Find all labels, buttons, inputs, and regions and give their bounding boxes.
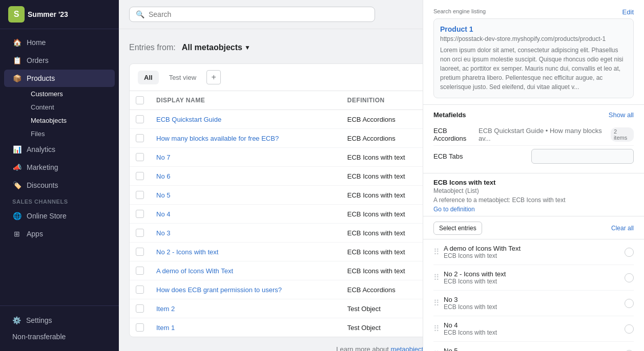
entry-info: No 5 ECB Icons with text	[444, 347, 625, 351]
sidebar-sub-item-metaobjects[interactable]: Metaobjects	[27, 114, 115, 127]
entry-radio[interactable]	[625, 299, 634, 308]
entry-name: No 3	[444, 296, 625, 303]
row-display-name[interactable]: No 7	[150, 148, 341, 167]
sidebar-item-apps[interactable]: ⊞ Apps	[4, 225, 115, 243]
metaobjects-link[interactable]: metaobjects	[391, 345, 427, 351]
row-checkbox[interactable]	[130, 243, 150, 261]
entry-row[interactable]: ⠿ No 2 - Icons with text ECB Icons with …	[433, 265, 634, 291]
sidebar-sub-item-files[interactable]: Files	[27, 127, 115, 140]
metafields-title: Metafields	[433, 111, 466, 119]
row-checkbox[interactable]	[130, 280, 150, 299]
row-select-checkbox[interactable]	[136, 172, 144, 180]
row-checkbox[interactable]	[130, 167, 150, 186]
entry-row[interactable]: ⠿ A demo of Icons With Text ECB Icons wi…	[433, 239, 634, 265]
row-select-checkbox[interactable]	[136, 286, 144, 294]
sidebar-item-discounts[interactable]: 🏷️ Discounts	[4, 177, 115, 194]
entry-row[interactable]: ⠿ No 5 ECB Icons with text	[433, 342, 634, 351]
row-select-checkbox[interactable]	[136, 248, 144, 256]
ecb-accordions-badge: 2 items	[611, 127, 634, 142]
search-input[interactable]	[149, 10, 368, 18]
entry-radio[interactable]	[625, 248, 634, 257]
sidebar-item-label: Orders	[27, 56, 49, 64]
row-checkbox[interactable]	[130, 129, 150, 148]
sidebar-footer: ⚙️ Settings Non-transferable	[0, 305, 119, 351]
entry-radio[interactable]	[625, 273, 634, 282]
entry-radio[interactable]	[625, 324, 634, 334]
select-entries-button[interactable]: Select entries	[433, 222, 482, 235]
discounts-icon: 🏷️	[12, 181, 22, 190]
sales-channels-section-label: Sales channels	[0, 194, 119, 207]
sidebar-item-analytics[interactable]: 📊 Analytics	[4, 141, 115, 158]
sidebar-item-settings[interactable]: ⚙️ Settings	[4, 312, 115, 328]
entry-sub: ECB Icons with text	[444, 303, 625, 311]
row-display-name[interactable]: Item 2	[150, 299, 341, 318]
row-display-name[interactable]: No 5	[150, 186, 341, 205]
select-all-checkbox[interactable]	[136, 96, 144, 104]
row-display-name[interactable]: How many blocks available for free ECB?	[150, 129, 341, 148]
row-display-name[interactable]: Item 1	[150, 318, 341, 337]
row-checkbox[interactable]	[130, 205, 150, 224]
sidebar-item-non-transferable[interactable]: Non-transferable	[4, 328, 115, 345]
row-checkbox[interactable]	[130, 299, 150, 318]
sidebar-item-products[interactable]: 📦 Products	[4, 70, 115, 87]
metafields-section-header: Metafields Show all	[433, 111, 634, 119]
entry-info: No 2 - Icons with text ECB Icons with te…	[444, 270, 625, 285]
row-display-name[interactable]: No 4	[150, 205, 341, 224]
row-select-checkbox[interactable]	[136, 134, 144, 142]
product-url: https://posstack-dev-store.myshopify.com…	[440, 35, 627, 42]
add-tab-button[interactable]: +	[206, 70, 221, 84]
row-select-checkbox[interactable]	[136, 267, 144, 275]
row-checkbox[interactable]	[130, 261, 150, 280]
entry-row[interactable]: ⠿ No 3 ECB Icons with text	[433, 291, 634, 316]
drag-handle-icon: ⠿	[433, 247, 440, 257]
row-display-name[interactable]: A demo of Icons With Text	[150, 261, 341, 280]
store-name: Summer '23	[28, 10, 68, 18]
panel-edit-button[interactable]: Edit	[622, 8, 634, 16]
settings-icon: ⚙️	[12, 316, 21, 324]
ecb-accordions-label: ECB Accordions	[433, 127, 479, 142]
row-checkbox[interactable]	[130, 148, 150, 167]
sidebar-item-online-store[interactable]: 🌐 Online Store	[4, 207, 115, 225]
row-checkbox[interactable]	[130, 318, 150, 337]
sidebar-item-label: Apps	[27, 230, 43, 238]
entry-name: No 4	[444, 321, 625, 329]
tab-test-view[interactable]: Test view	[163, 71, 202, 84]
row-select-checkbox[interactable]	[136, 229, 144, 237]
ecb-tabs-metafield: ECB Tabs	[433, 146, 634, 167]
entry-row[interactable]: ⠿ No 4 ECB Icons with text	[433, 316, 634, 342]
sidebar-sub-label: Content	[31, 103, 54, 111]
row-display-name[interactable]: ECB Quickstart Guide	[150, 110, 341, 129]
right-panel: Search engine listing Edit Product 1 htt…	[423, 0, 644, 351]
product-description: Lorem ipsum dolor sit amet, consectetur …	[440, 46, 627, 92]
page-title: Entries from:	[129, 43, 176, 52]
row-select-checkbox[interactable]	[136, 210, 144, 218]
clear-all-button[interactable]: Clear all	[611, 225, 634, 232]
row-select-checkbox[interactable]	[136, 304, 144, 313]
sidebar-sub-item-content[interactable]: Content	[27, 101, 115, 114]
sidebar-item-marketing[interactable]: 📣 Marketing	[4, 159, 115, 176]
tab-all[interactable]: All	[138, 71, 159, 84]
show-all-button[interactable]: Show all	[609, 111, 634, 119]
entries-dropdown[interactable]: All metaobjects ▼	[182, 43, 251, 52]
ecb-tabs-input[interactable]	[531, 149, 634, 164]
sidebar-item-label: Home	[27, 38, 46, 47]
row-select-checkbox[interactable]	[136, 115, 144, 123]
row-display-name[interactable]: No 2 - Icons with text	[150, 243, 341, 261]
drag-handle-icon: ⠿	[433, 273, 440, 282]
row-select-checkbox[interactable]	[136, 191, 144, 199]
row-checkbox[interactable]	[130, 224, 150, 243]
row-select-checkbox[interactable]	[136, 153, 144, 161]
search-bar[interactable]: 🔍	[129, 7, 375, 22]
row-checkbox[interactable]	[130, 186, 150, 205]
product-title[interactable]: Product 1	[440, 25, 627, 33]
row-display-name[interactable]: How does ECB grant permission to users?	[150, 280, 341, 299]
row-checkbox[interactable]	[130, 110, 150, 129]
sidebar-item-home[interactable]: 🏠 Home	[4, 34, 115, 51]
row-select-checkbox[interactable]	[136, 323, 144, 332]
metafield-description: A reference to a metaobject: ECB Icons w…	[433, 196, 634, 204]
go-to-definition-link[interactable]: Go to definition	[433, 206, 475, 213]
row-display-name[interactable]: No 6	[150, 167, 341, 186]
sidebar-item-orders[interactable]: 📋 Orders	[4, 52, 115, 69]
row-display-name[interactable]: No 3	[150, 224, 341, 243]
sidebar-sub-item-customers[interactable]: Customers	[27, 87, 115, 100]
